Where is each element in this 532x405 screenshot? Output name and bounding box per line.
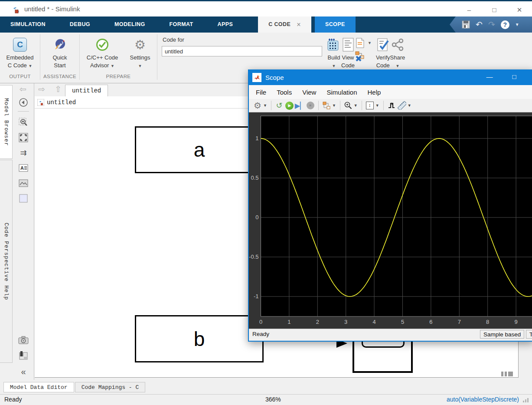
chevron-down-icon[interactable]: ▼ bbox=[408, 103, 411, 108]
forward-icon[interactable]: ⇨ bbox=[38, 84, 45, 94]
run-icon[interactable]: ▶ bbox=[284, 101, 295, 110]
build-button[interactable]: Build ▼ bbox=[326, 36, 341, 70]
block-b[interactable]: b bbox=[135, 315, 264, 362]
chevron-down-icon[interactable]: ▼ bbox=[368, 41, 372, 45]
ribbon-tab-c-code[interactable]: C CODE× bbox=[258, 16, 311, 33]
chevron-down-icon: ▼ bbox=[111, 64, 114, 68]
canvas-resize-grip[interactable] bbox=[501, 372, 513, 376]
close-button[interactable]: ✕ bbox=[507, 3, 532, 17]
ribbon-tab-scope[interactable]: SCOPE bbox=[315, 16, 356, 33]
document-tab-untitled[interactable]: untitled bbox=[65, 85, 108, 97]
annotation-icon[interactable]: A bbox=[18, 163, 29, 173]
share-button[interactable]: Share ▼ bbox=[390, 36, 405, 70]
simulink-window: untitled * - Simulink – □ ✕ SIMULATIONDE… bbox=[0, 0, 532, 405]
scope-maximize-button[interactable]: □ bbox=[503, 69, 525, 85]
ribbon-tab-apps[interactable]: APPS bbox=[207, 16, 244, 33]
scope-menu-help[interactable]: Help bbox=[368, 89, 381, 96]
scope-plot-area[interactable]: 0123456789-1-0.500.51 bbox=[249, 112, 532, 329]
scope-window[interactable]: Scope — □ FileToolsViewSimulationHelp ⚙ … bbox=[248, 69, 532, 342]
redo-icon[interactable]: ↷ bbox=[488, 20, 495, 29]
embedded-c-code-button[interactable]: C Embedded C Code ▼ bbox=[1, 36, 39, 70]
qab-dropdown-icon[interactable]: ▼ bbox=[515, 20, 519, 29]
chevron-down-icon[interactable]: ▼ bbox=[375, 103, 379, 108]
view-code-button[interactable]: View Code bbox=[341, 36, 355, 69]
code-advisor-button[interactable]: C/C++ Code Advisor ▼ bbox=[82, 36, 123, 70]
svg-text:4: 4 bbox=[372, 319, 375, 325]
chevron-down-icon[interactable]: ▼ bbox=[263, 103, 267, 108]
status-solver[interactable]: auto(VariableStepDiscrete) bbox=[447, 396, 519, 403]
scope-menu-file[interactable]: File bbox=[256, 89, 266, 96]
block-a[interactable]: a bbox=[135, 126, 264, 173]
ribbon-tab-label: DEBUG bbox=[70, 21, 90, 27]
fit-to-view-icon[interactable]: ↕ bbox=[365, 101, 375, 110]
quick-start-button[interactable]: Quick Start bbox=[41, 36, 78, 69]
route-signals-icon[interactable]: ⇉ bbox=[18, 148, 29, 158]
code-report-icon[interactable] bbox=[355, 37, 365, 49]
minimize-button[interactable]: – bbox=[457, 3, 482, 17]
scope-title: Scope bbox=[265, 74, 284, 81]
viewmarks-icon[interactable] bbox=[18, 350, 29, 361]
build-icon bbox=[326, 37, 341, 52]
undo-icon[interactable]: ↶ bbox=[476, 20, 483, 29]
up-to-parent-icon[interactable]: ⇧ bbox=[55, 84, 62, 94]
matlab-logo-icon bbox=[252, 73, 261, 82]
svg-text:6: 6 bbox=[429, 319, 432, 325]
ribbon-tab-debug[interactable]: DEBUG bbox=[59, 16, 101, 33]
tab-code-mappings[interactable]: Code Mappings - C bbox=[75, 382, 146, 392]
chevron-down-icon: ▼ bbox=[395, 64, 399, 68]
remove-highlighting-icon[interactable] bbox=[355, 50, 366, 62]
measurements-ruler-icon[interactable] bbox=[397, 101, 407, 110]
close-tab-icon[interactable]: × bbox=[297, 16, 301, 33]
back-icon[interactable]: ⇦ bbox=[20, 84, 26, 94]
chevron-down-icon[interactable]: ▼ bbox=[332, 103, 336, 108]
help-icon[interactable]: ? bbox=[501, 20, 509, 29]
verify-code-icon bbox=[376, 37, 390, 52]
code-for-input[interactable] bbox=[162, 46, 322, 56]
svg-text:-0.5: -0.5 bbox=[249, 254, 258, 260]
toolbar-divider bbox=[340, 101, 340, 110]
section-output: C Embedded C Code ▼ OUTPUT bbox=[0, 33, 40, 83]
rail-tab-model-browser[interactable]: Model Browser bbox=[0, 85, 13, 159]
maximize-button[interactable]: □ bbox=[482, 3, 507, 17]
ribbon-tab-label: SIMULATION bbox=[10, 21, 46, 27]
scope-settings-gear-icon[interactable]: ⚙ bbox=[252, 101, 263, 110]
collapse-palette-icon[interactable]: « bbox=[18, 366, 29, 377]
svg-text:0: 0 bbox=[255, 214, 258, 221]
highlight-block-icon[interactable] bbox=[321, 101, 332, 110]
toolbar-divider bbox=[362, 101, 362, 110]
trigger-icon[interactable] bbox=[386, 101, 397, 110]
svg-text:8: 8 bbox=[486, 319, 489, 325]
scope-status-time: T=1 bbox=[526, 330, 532, 339]
ribbon-tab-label: MODELING bbox=[114, 21, 145, 27]
rail-tab-code-perspective-help[interactable]: Code Perspective Help bbox=[0, 160, 13, 363]
tab-model-data-editor[interactable]: Model Data Editor bbox=[3, 382, 74, 392]
zoom-region-icon[interactable] bbox=[18, 117, 29, 128]
step-back-icon[interactable]: ↺ bbox=[274, 101, 284, 110]
ribbon-tab-simulation[interactable]: SIMULATION bbox=[0, 16, 56, 33]
save-icon[interactable] bbox=[462, 20, 470, 29]
hide-explorer-icon[interactable] bbox=[18, 97, 29, 108]
stop-icon[interactable]: ■ bbox=[305, 101, 316, 110]
scope-menu-tools[interactable]: Tools bbox=[277, 89, 292, 96]
titlebar: untitled * - Simulink – □ ✕ bbox=[0, 0, 532, 16]
svg-text:1: 1 bbox=[287, 319, 290, 325]
chevron-down-icon[interactable]: ▼ bbox=[354, 103, 358, 108]
step-forward-icon[interactable]: ▶▏ bbox=[295, 101, 305, 110]
ribbon-tab-label: FORMAT bbox=[170, 21, 193, 27]
scope-menu-simulation[interactable]: Simulation bbox=[326, 89, 357, 96]
svg-text:3: 3 bbox=[344, 319, 347, 325]
ribbon-tab-modeling[interactable]: MODELING bbox=[104, 16, 156, 33]
scope-minimize-button[interactable]: — bbox=[479, 69, 500, 85]
svg-text:0: 0 bbox=[259, 319, 262, 325]
fit-to-view-icon[interactable] bbox=[18, 132, 29, 143]
zoom-in-icon[interactable] bbox=[343, 101, 353, 110]
ribbon-tab-label: C CODE bbox=[268, 16, 290, 33]
image-icon[interactable] bbox=[18, 178, 29, 188]
scope-titlebar[interactable]: Scope — □ bbox=[249, 69, 532, 85]
ribbon-tab-format[interactable]: FORMAT bbox=[159, 16, 204, 33]
camera-icon[interactable] bbox=[18, 335, 29, 346]
settings-button[interactable]: ⚙ Settings ▼ bbox=[125, 36, 155, 70]
area-icon[interactable] bbox=[18, 193, 29, 204]
advisor-check-icon bbox=[95, 38, 109, 52]
scope-menu-view[interactable]: View bbox=[302, 89, 316, 96]
